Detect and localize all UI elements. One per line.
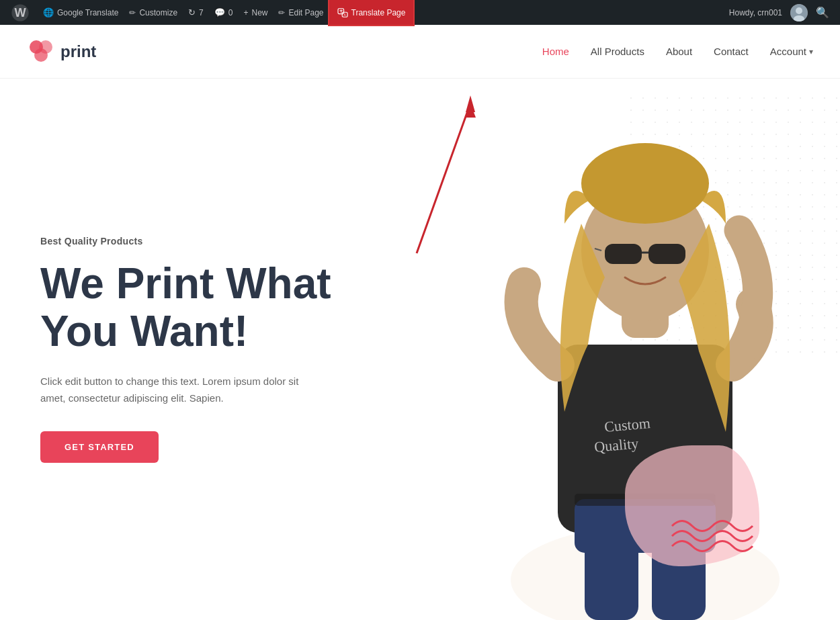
hero-content: Best Quality Products We Print What You … <box>0 236 376 462</box>
nav-about[interactable]: About <box>666 46 692 57</box>
hero-section: Custom Quality <box>0 79 840 620</box>
svg-text:A: A <box>343 13 346 17</box>
logo-text: print <box>60 42 96 61</box>
new-icon: + <box>243 8 248 17</box>
comments-icon: 💬 <box>214 7 225 17</box>
hero-title: We Print What You Want! <box>40 260 376 355</box>
svg-point-8 <box>796 7 802 14</box>
google-translate-label: Google Translate <box>57 8 118 17</box>
customize-icon: ✏ <box>129 8 136 17</box>
customize-button[interactable]: ✏ Customize <box>124 0 183 25</box>
svg-rect-21 <box>648 244 685 264</box>
nav-account[interactable]: Account ▾ <box>770 46 813 57</box>
nav-home[interactable]: Home <box>542 46 569 57</box>
hero-subtitle: Best Quality Products <box>40 236 376 247</box>
svg-point-19 <box>581 143 709 224</box>
translate-page-label: Translate Page <box>351 8 406 17</box>
google-translate-icon: 🌐 <box>43 7 54 17</box>
updates-count: 7 <box>199 8 204 17</box>
user-avatar[interactable] <box>790 4 808 21</box>
howdy-text: Howdy, crn001 <box>724 8 788 17</box>
new-label: New <box>251 8 267 17</box>
svg-rect-20 <box>605 244 642 264</box>
nav-contact[interactable]: Contact <box>714 46 749 57</box>
squiggly-decoration <box>665 513 773 553</box>
site-logo[interactable]: print <box>27 38 96 66</box>
updates-icon: ↻ <box>188 7 196 17</box>
admin-bar: W 🌐 Google Translate ✏ Customize ↻ 7 💬 0… <box>0 0 840 25</box>
nav-all-products[interactable]: All Products <box>591 46 644 57</box>
main-nav: Home All Products About Contact Account … <box>542 46 813 57</box>
edit-page-button[interactable]: ✏ Edit Page <box>273 0 329 25</box>
wp-logo-button[interactable]: W <box>5 0 38 25</box>
hero-description: Click edit button to change this text. L… <box>40 373 323 407</box>
chevron-down-icon: ▾ <box>809 47 813 56</box>
comments-button[interactable]: 💬 0 <box>209 0 239 25</box>
updates-button[interactable]: ↻ 7 <box>183 0 209 25</box>
svg-text:W: W <box>14 5 26 19</box>
new-button[interactable]: + New <box>238 0 273 25</box>
search-icon[interactable]: 🔍 <box>810 6 835 19</box>
admin-bar-right: Howdy, crn001 🔍 <box>724 4 835 21</box>
site-header: print Home All Products About Contact Ac… <box>0 25 840 79</box>
customize-label: Customize <box>139 8 177 17</box>
svg-point-12 <box>34 48 48 62</box>
edit-page-icon: ✏ <box>278 8 285 17</box>
google-translate-button[interactable]: 🌐 Google Translate <box>38 0 124 25</box>
get-started-button[interactable]: GET STARTED <box>40 431 159 463</box>
translate-page-button[interactable]: A Translate Page <box>329 0 414 25</box>
hero-image-area: Custom Quality <box>437 79 840 620</box>
edit-page-label: Edit Page <box>288 8 323 17</box>
comments-count: 0 <box>228 8 233 17</box>
translate-page-icon: A <box>337 7 348 18</box>
